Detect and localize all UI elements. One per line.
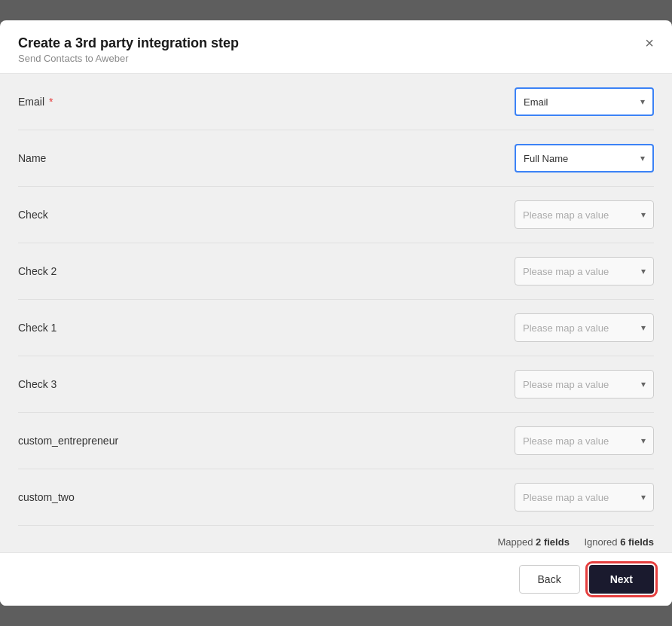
chevron-down-icon: ▾ bbox=[641, 379, 646, 389]
field-select[interactable]: Please map a value▾ bbox=[515, 200, 654, 229]
mapped-count: 2 fields bbox=[536, 536, 570, 548]
chevron-down-icon: ▾ bbox=[640, 96, 645, 107]
mapped-label: Mapped 2 fields bbox=[497, 536, 572, 548]
field-row: custom_entrepreneurPlease map a value▾ bbox=[18, 413, 654, 469]
field-label: custom_entrepreneur bbox=[18, 435, 274, 447]
modal-footer: Back Next bbox=[0, 552, 672, 606]
field-control: Please map a value▾ bbox=[274, 370, 654, 399]
field-row: custom_twoPlease map a value▾ bbox=[18, 469, 654, 526]
fields-container: Email *Email▾NameFull Name▾CheckPlease m… bbox=[18, 74, 654, 526]
field-label: Check bbox=[18, 209, 274, 221]
chevron-down-icon: ▾ bbox=[640, 153, 645, 163]
select-value: Please map a value bbox=[523, 379, 609, 390]
chevron-down-icon: ▾ bbox=[641, 435, 646, 446]
field-row: CheckPlease map a value▾ bbox=[18, 187, 654, 243]
chevron-down-icon: ▾ bbox=[641, 209, 646, 220]
back-button[interactable]: Back bbox=[519, 565, 580, 594]
field-select[interactable]: Please map a value▾ bbox=[515, 257, 654, 286]
field-label: custom_two bbox=[18, 491, 274, 503]
field-control: Please map a value▾ bbox=[274, 257, 654, 286]
select-value: Please map a value bbox=[523, 435, 609, 447]
close-button[interactable]: × bbox=[642, 32, 657, 53]
field-label: Email * bbox=[18, 96, 274, 108]
field-select[interactable]: Full Name▾ bbox=[515, 144, 654, 173]
field-control: Please map a value▾ bbox=[274, 483, 654, 511]
modal-body-inner: Email *Email▾NameFull Name▾CheckPlease m… bbox=[18, 74, 654, 552]
field-select[interactable]: Email▾ bbox=[515, 87, 654, 116]
select-value: Please map a value bbox=[523, 492, 609, 503]
field-row: Check 2Please map a value▾ bbox=[18, 243, 654, 300]
chevron-down-icon: ▾ bbox=[641, 266, 646, 276]
select-value: Please map a value bbox=[523, 322, 609, 334]
field-row: NameFull Name▾ bbox=[18, 130, 654, 187]
field-control: Please map a value▾ bbox=[274, 200, 654, 229]
next-button[interactable]: Next bbox=[589, 565, 654, 594]
required-indicator: * bbox=[46, 96, 53, 108]
field-select[interactable]: Please map a value▾ bbox=[515, 313, 654, 342]
modal: Create a 3rd party integration step Send… bbox=[0, 20, 672, 606]
modal-body: Email *Email▾NameFull Name▾CheckPlease m… bbox=[0, 74, 672, 552]
field-row: Check 3Please map a value▾ bbox=[18, 356, 654, 413]
chevron-down-icon: ▾ bbox=[641, 492, 646, 502]
modal-header: Create a 3rd party integration step Send… bbox=[0, 20, 672, 74]
field-control: Please map a value▾ bbox=[274, 426, 654, 455]
field-control: Email▾ bbox=[274, 87, 654, 116]
ignored-count: 6 fields bbox=[620, 536, 654, 548]
field-label: Name bbox=[18, 152, 274, 164]
select-value: Please map a value bbox=[523, 209, 609, 221]
field-select[interactable]: Please map a value▾ bbox=[515, 483, 654, 511]
field-label: Check 2 bbox=[18, 265, 274, 277]
footer-stats: Mapped 2 fields Ignored 6 fields bbox=[18, 526, 654, 552]
field-control: Please map a value▾ bbox=[274, 313, 654, 342]
select-value: Email bbox=[524, 96, 548, 108]
modal-subtitle: Send Contacts to Aweber bbox=[18, 53, 654, 64]
select-value: Please map a value bbox=[523, 266, 609, 277]
field-select[interactable]: Please map a value▾ bbox=[515, 426, 654, 455]
field-label: Check 1 bbox=[18, 322, 274, 334]
modal-overlay: Create a 3rd party integration step Send… bbox=[0, 0, 672, 626]
field-label: Check 3 bbox=[18, 378, 274, 390]
field-row: Email *Email▾ bbox=[18, 74, 654, 130]
ignored-label: Ignored 6 fields bbox=[584, 536, 654, 548]
field-row: Check 1Please map a value▾ bbox=[18, 300, 654, 356]
select-value: Full Name bbox=[524, 153, 568, 164]
modal-title: Create a 3rd party integration step bbox=[18, 35, 654, 51]
chevron-down-icon: ▾ bbox=[641, 322, 646, 333]
field-control: Full Name▾ bbox=[274, 144, 654, 173]
field-select[interactable]: Please map a value▾ bbox=[515, 370, 654, 399]
